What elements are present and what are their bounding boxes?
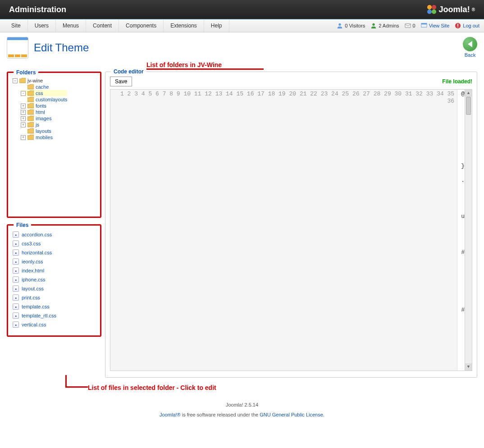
menu-components[interactable]: Components bbox=[119, 19, 164, 32]
file-link[interactable]: vertical.css bbox=[22, 322, 46, 327]
svg-point-3 bbox=[432, 9, 436, 14]
back-button[interactable]: Back bbox=[463, 37, 477, 58]
file-link[interactable]: iphone.css bbox=[22, 277, 46, 282]
file-item[interactable]: ●vertical.css bbox=[13, 320, 96, 329]
save-button[interactable]: Save bbox=[110, 77, 132, 86]
file-icon: ● bbox=[13, 312, 19, 319]
file-link[interactable]: template.css bbox=[22, 304, 50, 309]
file-icon: ● bbox=[13, 231, 19, 238]
folder-icon bbox=[27, 91, 34, 96]
file-icon: ● bbox=[13, 249, 19, 256]
file-icon: ● bbox=[13, 303, 19, 310]
editor-status: File loaded! bbox=[442, 78, 472, 85]
folder-layouts[interactable]: layouts bbox=[21, 128, 67, 134]
toggle-icon[interactable]: - bbox=[21, 91, 26, 96]
menu-users[interactable]: Users bbox=[28, 19, 56, 32]
file-link[interactable]: layout.css bbox=[22, 286, 44, 291]
scroll-up-icon[interactable]: ▲ bbox=[465, 90, 472, 97]
svg-rect-8 bbox=[421, 23, 427, 25]
file-link[interactable]: ieonly.css bbox=[22, 259, 43, 264]
scrollbar[interactable]: ▲ ▼ bbox=[465, 90, 472, 371]
footer-version: Joomla! 2.5.14 bbox=[0, 402, 484, 407]
back-arrow-icon bbox=[463, 37, 477, 51]
page-header: Edit Theme Back bbox=[7, 37, 477, 59]
editor-legend: Code editor bbox=[111, 68, 146, 75]
code-body[interactable]: @font-face { font-family: 'GlegooRegular… bbox=[457, 90, 465, 371]
toggle-icon[interactable]: + bbox=[21, 110, 26, 115]
file-icon: ● bbox=[13, 321, 19, 328]
svg-point-4 bbox=[339, 23, 341, 26]
code-editor[interactable]: 1 2 3 4 5 6 7 8 9 10 11 12 13 14 15 16 1… bbox=[110, 89, 472, 371]
footer-license-link[interactable]: GNU General Public License. bbox=[260, 412, 324, 417]
svg-rect-10 bbox=[457, 24, 458, 27]
tree-root[interactable]: − jv-wine bbox=[13, 77, 96, 84]
folders-panel: Folders − jv-wine cache-csscustomlayouts… bbox=[7, 72, 101, 218]
folders-legend: Folders bbox=[14, 69, 38, 76]
folder-images[interactable]: +images bbox=[21, 115, 67, 122]
file-link[interactable]: css3.css bbox=[22, 241, 41, 246]
toggle-icon[interactable]: + bbox=[21, 135, 26, 140]
toggle-icon[interactable]: + bbox=[21, 122, 26, 127]
file-icon: ● bbox=[13, 276, 19, 283]
main-menu: SiteUsersMenusContentComponentsExtension… bbox=[5, 19, 229, 32]
folder-tree: − jv-wine cache-csscustomlayouts+fonts+h… bbox=[13, 77, 96, 140]
menu-site[interactable]: Site bbox=[5, 19, 28, 32]
annotation-files: List of files in selected folder - Click… bbox=[88, 384, 477, 391]
header-title: Administration bbox=[9, 5, 66, 14]
folder-mobiles[interactable]: +mobiles bbox=[21, 134, 67, 140]
folder-customlayouts[interactable]: customlayouts bbox=[21, 96, 67, 103]
file-icon: ● bbox=[13, 285, 19, 292]
code-editor-panel: Code editor Save File loaded! 1 2 3 4 5 … bbox=[105, 72, 477, 378]
files-panel: Files ●accordion.css●css3.css●horizontal… bbox=[7, 224, 101, 337]
folder-fonts[interactable]: +fonts bbox=[21, 103, 67, 109]
folder-css[interactable]: -css bbox=[21, 90, 67, 96]
page-icon bbox=[7, 37, 28, 59]
file-link[interactable]: template_rtl.css bbox=[22, 313, 56, 318]
file-item[interactable]: ●template.css bbox=[13, 302, 96, 311]
folder-html[interactable]: +html bbox=[21, 109, 67, 115]
file-link[interactable]: index.html bbox=[22, 268, 44, 273]
annotation-folders: List of folders in JV-Wine bbox=[146, 61, 477, 70]
toggle-icon[interactable]: + bbox=[21, 116, 26, 121]
menu-help[interactable]: Help bbox=[204, 19, 229, 32]
menu-extensions[interactable]: Extensions bbox=[164, 19, 204, 32]
footer: Joomla! 2.5.14 Joomla!® is free software… bbox=[0, 396, 484, 424]
files-legend: Files bbox=[14, 222, 31, 228]
file-item[interactable]: ●horizontal.css bbox=[13, 248, 96, 257]
file-link[interactable]: horizontal.css bbox=[22, 250, 52, 255]
svg-point-1 bbox=[432, 5, 436, 9]
folder-icon bbox=[27, 109, 34, 115]
brand-logo: Joomla!® bbox=[426, 4, 475, 15]
menu-menus[interactable]: Menus bbox=[56, 19, 86, 32]
collapse-icon[interactable]: − bbox=[13, 78, 18, 83]
menu-content[interactable]: Content bbox=[86, 19, 119, 32]
file-item[interactable]: ●index.html bbox=[13, 266, 96, 275]
toggle-icon[interactable]: + bbox=[21, 104, 26, 109]
file-item[interactable]: ●print.css bbox=[13, 293, 96, 302]
footer-brand-link[interactable]: Joomla!® bbox=[160, 412, 181, 417]
file-item[interactable]: ●template_rtl.css bbox=[13, 311, 96, 320]
folder-cache[interactable]: cache bbox=[21, 84, 67, 90]
folder-icon bbox=[27, 128, 34, 134]
folder-js[interactable]: +js bbox=[21, 122, 67, 128]
logout-link[interactable]: Log out bbox=[455, 23, 479, 29]
file-item[interactable]: ●ieonly.css bbox=[13, 257, 96, 266]
svg-point-5 bbox=[373, 23, 375, 26]
menubar: SiteUsersMenusContentComponentsExtension… bbox=[0, 19, 484, 32]
file-item[interactable]: ●css3.css bbox=[13, 239, 96, 248]
file-item[interactable]: ●accordion.css bbox=[13, 230, 96, 239]
svg-point-0 bbox=[427, 5, 432, 9]
svg-point-11 bbox=[457, 27, 458, 28]
scroll-thumb[interactable] bbox=[466, 97, 471, 115]
messages-stat[interactable]: 0 bbox=[405, 23, 416, 29]
file-item[interactable]: ●layout.css bbox=[13, 284, 96, 293]
app-header: Administration Joomla!® bbox=[0, 0, 484, 19]
folder-icon bbox=[27, 135, 34, 140]
scroll-down-icon[interactable]: ▼ bbox=[465, 363, 472, 371]
view-site-link[interactable]: View Site bbox=[421, 23, 450, 29]
file-link[interactable]: accordion.css bbox=[22, 232, 52, 237]
file-link[interactable]: print.css bbox=[22, 295, 40, 300]
folder-icon bbox=[27, 103, 34, 109]
folder-icon bbox=[27, 97, 34, 102]
file-item[interactable]: ●iphone.css bbox=[13, 275, 96, 284]
